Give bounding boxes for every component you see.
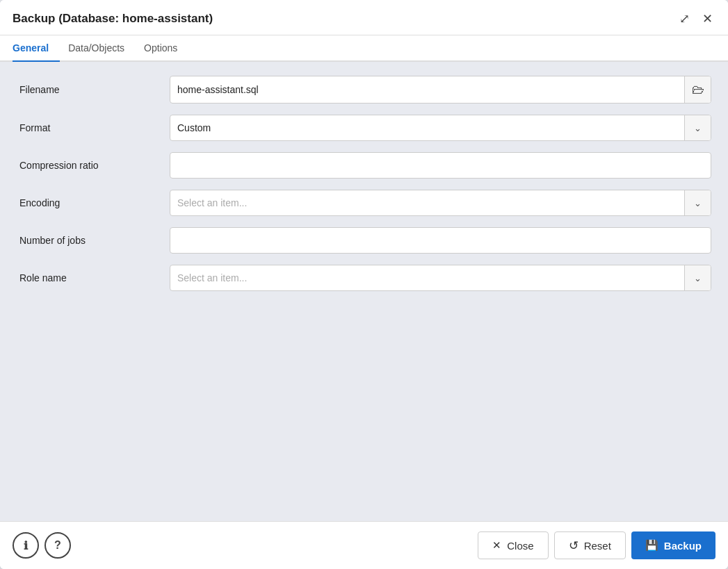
header-actions: ⤢ ✕ — [677, 10, 715, 28]
tabs-bar: General Data/Objects Options — [0, 35, 728, 62]
chevron-down-icon: ⌄ — [694, 123, 702, 133]
info-button[interactable]: ℹ — [13, 532, 39, 559]
expand-icon: ⤢ — [679, 11, 690, 26]
encoding-label: Encoding — [17, 197, 170, 208]
form-content: Filename 🗁 Format Custom ⌄ — [0, 62, 728, 521]
close-icon: ✕ — [702, 11, 713, 26]
dialog-title: Backup (Database: home-assistant) — [13, 12, 213, 26]
number-of-jobs-label: Number of jobs — [17, 235, 170, 246]
reset-icon: ↺ — [569, 538, 579, 553]
encoding-control: Select an item... ⌄ — [170, 190, 711, 216]
format-dropdown-button[interactable]: ⌄ — [684, 115, 711, 141]
browse-button[interactable]: 🗁 — [684, 76, 711, 103]
backup-button[interactable]: 💾 Backup — [631, 531, 715, 559]
backup-dialog: Backup (Database: home-assistant) ⤢ ✕ Ge… — [0, 0, 728, 569]
format-select[interactable]: Custom ⌄ — [170, 115, 711, 141]
reset-button-label: Reset — [584, 540, 611, 552]
filename-row: Filename 🗁 — [17, 76, 711, 104]
reset-button[interactable]: ↺ Reset — [554, 531, 626, 559]
role-name-row: Role name Select an item... ⌄ — [17, 265, 711, 291]
compression-ratio-control — [170, 152, 711, 179]
expand-button[interactable]: ⤢ — [677, 10, 693, 28]
number-of-jobs-control — [170, 227, 711, 254]
encoding-select[interactable]: Select an item... ⌄ — [170, 190, 711, 216]
backup-icon: 💾 — [645, 539, 658, 552]
compression-ratio-input[interactable] — [170, 152, 711, 179]
dialog-footer: ℹ ? ✕ Close ↺ Reset 💾 Backup — [0, 521, 728, 569]
filename-wrapper: 🗁 — [170, 76, 711, 104]
encoding-dropdown-button[interactable]: ⌄ — [684, 190, 711, 216]
encoding-placeholder: Select an item... — [170, 190, 684, 216]
format-row: Format Custom ⌄ — [17, 115, 711, 141]
footer-left-actions: ℹ ? — [13, 532, 71, 559]
chevron-down-icon: ⌄ — [694, 198, 702, 208]
folder-icon: 🗁 — [692, 83, 704, 97]
filename-control: 🗁 — [170, 76, 711, 104]
role-name-label: Role name — [17, 272, 170, 283]
close-button-icon: ✕ — [492, 539, 501, 552]
encoding-row: Encoding Select an item... ⌄ — [17, 190, 711, 216]
backup-button-label: Backup — [664, 540, 702, 552]
format-control: Custom ⌄ — [170, 115, 711, 141]
role-name-placeholder: Select an item... — [170, 265, 684, 291]
info-icon: ℹ — [24, 539, 28, 552]
chevron-down-icon: ⌄ — [694, 273, 702, 283]
role-name-dropdown-button[interactable]: ⌄ — [684, 265, 711, 291]
compression-ratio-label: Compression ratio — [17, 160, 170, 171]
dialog-header: Backup (Database: home-assistant) ⤢ ✕ — [0, 0, 728, 35]
compression-ratio-row: Compression ratio — [17, 152, 711, 179]
number-of-jobs-input[interactable] — [170, 227, 711, 254]
role-name-select[interactable]: Select an item... ⌄ — [170, 265, 711, 291]
close-button[interactable]: ✕ Close — [478, 531, 548, 559]
format-value: Custom — [170, 115, 684, 141]
tab-data-objects[interactable]: Data/Objects — [68, 35, 136, 62]
dialog-close-button[interactable]: ✕ — [699, 10, 715, 28]
number-of-jobs-row: Number of jobs — [17, 227, 711, 254]
filename-label: Filename — [17, 84, 170, 95]
close-button-label: Close — [507, 540, 533, 552]
help-icon: ? — [54, 539, 61, 552]
tab-options[interactable]: Options — [144, 35, 188, 62]
tab-general[interactable]: General — [13, 35, 60, 62]
filename-input[interactable] — [170, 76, 684, 103]
role-name-control: Select an item... ⌄ — [170, 265, 711, 291]
format-label: Format — [17, 122, 170, 133]
help-button[interactable]: ? — [45, 532, 71, 559]
footer-right-actions: ✕ Close ↺ Reset 💾 Backup — [478, 531, 715, 559]
